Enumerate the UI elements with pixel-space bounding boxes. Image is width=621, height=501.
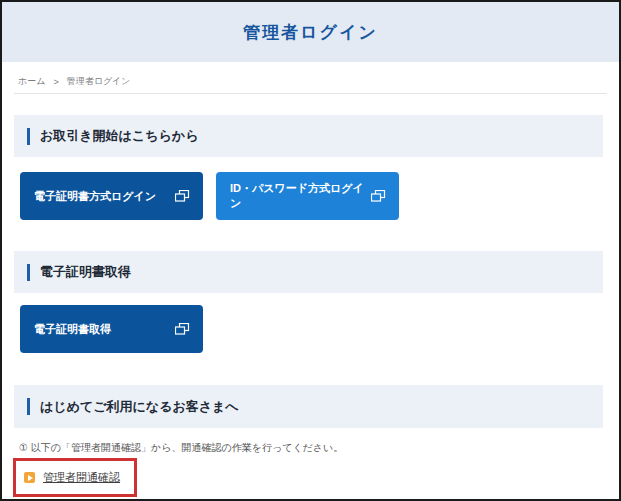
highlighted-link-box: 管理者開通確認 xyxy=(13,458,137,497)
cert-acquire-button[interactable]: 電子証明書取得 xyxy=(20,305,203,353)
cert-button-row: 電子証明書取得 xyxy=(20,305,619,353)
login-button-row: 電子証明書方式ログイン ID・パスワード方式ログイン xyxy=(20,172,619,220)
id-password-login-button[interactable]: ID・パスワード方式ログイン xyxy=(216,172,399,220)
breadcrumb-divider xyxy=(14,93,607,94)
page-title: 管理者ログイン xyxy=(243,21,378,44)
id-password-login-button-label: ID・パスワード方式ログイン xyxy=(230,181,371,211)
breadcrumb-current: 管理者ログイン xyxy=(67,75,131,88)
cert-login-button[interactable]: 電子証明書方式ログイン xyxy=(20,172,203,220)
section-first-time: はじめてご利用になるお客さまへ xyxy=(14,385,603,428)
section-heading-start: お取引き開始はこちらから xyxy=(40,127,198,145)
section-accent-bar xyxy=(27,264,30,281)
section-start-trading: お取引き開始はこちらから xyxy=(14,115,603,157)
opening-instruction-text: ① 以下の「管理者開通確認」から、開通確認の作業を行ってください。 xyxy=(19,442,619,454)
section-cert-acquire: 電子証明書取得 xyxy=(14,251,603,293)
section-heading-first-time: はじめてご利用になるお客さまへ xyxy=(40,398,239,416)
admin-opening-confirmation-link[interactable]: 管理者開通確認 xyxy=(43,470,120,485)
section-accent-bar xyxy=(27,128,30,145)
breadcrumb: ホーム > 管理者ログイン xyxy=(18,76,619,87)
breadcrumb-home-link[interactable]: ホーム xyxy=(18,75,45,88)
play-arrow-icon xyxy=(24,472,35,483)
new-window-icon xyxy=(175,190,190,202)
cert-acquire-button-label: 電子証明書取得 xyxy=(34,322,111,337)
section-accent-bar xyxy=(27,398,30,415)
page-header: 管理者ログイン xyxy=(2,2,619,62)
new-window-icon xyxy=(371,190,386,202)
breadcrumb-separator: > xyxy=(53,77,58,87)
new-window-icon xyxy=(175,323,190,335)
section-heading-cert: 電子証明書取得 xyxy=(40,263,131,281)
cert-login-button-label: 電子証明書方式ログイン xyxy=(34,189,156,204)
